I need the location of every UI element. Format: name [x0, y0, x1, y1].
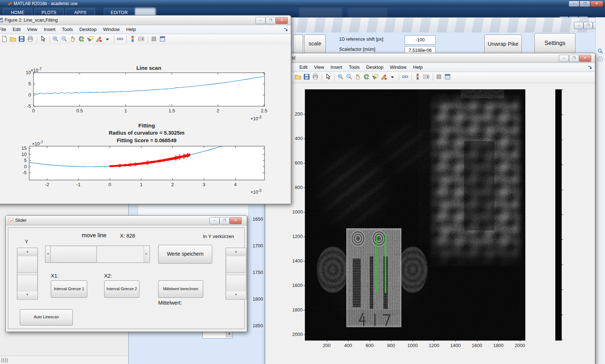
tab-label: HOME: [11, 8, 25, 15]
move-line-slider[interactable]: ◂ ▸: [45, 246, 150, 263]
menu-window[interactable]: Window: [100, 25, 123, 32]
menu-help[interactable]: Help: [123, 25, 139, 32]
interval-limit2-button[interactable]: Interval Grenze 2: [104, 280, 139, 298]
cursor-icon[interactable]: [325, 73, 332, 81]
datatip-icon[interactable]: [372, 73, 379, 81]
rotate-3d-icon[interactable]: [363, 73, 370, 81]
figure-image-minimize-button[interactable]: ‒: [559, 55, 569, 62]
menu-edit[interactable]: Edit: [296, 63, 311, 70]
dock-figure-icon[interactable]: [436, 73, 443, 81]
rotate-3d-icon[interactable]: [78, 36, 85, 43]
menu-insert[interactable]: Insert: [40, 25, 59, 32]
legend-icon[interactable]: [138, 36, 145, 43]
scale-button[interactable]: scale: [304, 35, 326, 53]
y-slider-box[interactable]: [17, 275, 37, 292]
guide-window-titlebar: ‒ ❐ ✕: [290, 17, 596, 33]
link-plots-icon[interactable]: [117, 36, 124, 43]
print-icon[interactable]: [27, 36, 34, 43]
colorbar-icon[interactable]: [414, 73, 422, 81]
save-icon[interactable]: [18, 36, 26, 43]
dock-figure-icon[interactable]: [151, 36, 158, 43]
menu-insert[interactable]: Insert: [327, 63, 346, 70]
image-x-tick-mark: [327, 340, 327, 342]
figure2-minimize-button[interactable]: ‒: [255, 17, 266, 24]
brush-icon[interactable]: [381, 73, 388, 81]
zoom-in-icon[interactable]: [337, 73, 344, 81]
unwrap-pike-button[interactable]: Unwrap Pike: [484, 35, 522, 54]
dropdown-caret-icon[interactable]: [104, 36, 111, 43]
close-button[interactable]: ✕: [590, 1, 603, 7]
menu-tools[interactable]: Tools: [59, 25, 76, 32]
menu-file[interactable]: File: [0, 25, 9, 32]
save-values-button[interactable]: Werte speichern: [158, 245, 212, 264]
move-line-slider-track[interactable]: [97, 246, 144, 262]
figure2-close-button[interactable]: ✕: [276, 17, 288, 24]
shorten-slider-box[interactable]: [226, 275, 246, 292]
panel-collapse-icon[interactable]: [597, 56, 603, 62]
save-icon[interactable]: [303, 73, 311, 81]
new-document-icon[interactable]: [1, 36, 8, 43]
zoom-out-icon[interactable]: [61, 36, 68, 43]
guide-minimize-button[interactable]: ‒: [574, 22, 583, 29]
menu-window[interactable]: Window: [387, 63, 410, 70]
y-slider-up-button[interactable]: ▲: [17, 248, 37, 256]
search-icon[interactable]: [597, 48, 603, 54]
auto-linescan-button[interactable]: Auto Linescan: [20, 309, 73, 325]
menu-desktop[interactable]: Desktop: [363, 63, 387, 70]
menu-view[interactable]: View: [311, 63, 327, 70]
shorten-slider[interactable]: ▲ ▼: [226, 248, 246, 300]
menu-view[interactable]: View: [24, 25, 40, 32]
open-folder-icon[interactable]: [295, 73, 302, 81]
dock-figure-arrow-icon[interactable]: [587, 64, 593, 70]
slider-right-arrow-icon[interactable]: ▸: [144, 246, 149, 262]
figure-image-close-button[interactable]: ✕: [579, 55, 591, 62]
zoom-out-icon[interactable]: [346, 73, 353, 81]
move-line-slider-thumb[interactable]: [50, 246, 97, 262]
menu-edit[interactable]: Edit: [9, 25, 24, 32]
compute-mean-button[interactable]: Mittelwert berechnen: [158, 280, 203, 298]
ref-shift-input[interactable]: -100: [405, 35, 436, 45]
colorbar-tick-mark: [562, 114, 563, 115]
move-line-label: move line: [82, 232, 106, 239]
hand-icon[interactable]: [70, 36, 77, 43]
y-slider-thumb[interactable]: [17, 256, 37, 273]
y-slider-down-button[interactable]: ▼: [17, 291, 37, 299]
slider-restore-button[interactable]: ❐: [219, 217, 230, 224]
shorten-slider-down-button[interactable]: ▼: [226, 291, 246, 299]
menu-desktop[interactable]: Desktop: [76, 25, 100, 32]
settings-button[interactable]: Settings: [534, 33, 575, 54]
figure2-restore-button[interactable]: ❐: [266, 17, 276, 24]
brush-icon[interactable]: [95, 36, 103, 43]
svg-text:-5: -5: [27, 103, 31, 109]
hand-icon[interactable]: [355, 73, 362, 81]
legend-icon[interactable]: [423, 73, 430, 81]
print-icon[interactable]: [312, 73, 319, 81]
partial-button[interactable]: [293, 35, 303, 53]
maximize-button[interactable]: ❐: [579, 1, 590, 7]
maximize-figure-icon[interactable]: [159, 36, 166, 43]
menu-help[interactable]: Help: [410, 63, 426, 70]
interval-limit1-button[interactable]: Interval Grenze 1: [51, 280, 87, 298]
datatip-icon[interactable]: [87, 36, 94, 43]
menu-tools[interactable]: Tools: [346, 63, 363, 70]
figure-image-restore-button[interactable]: ❐: [569, 55, 579, 62]
shorten-slider-thumb[interactable]: [226, 256, 246, 273]
slider-minimize-button[interactable]: ‒: [209, 217, 219, 224]
colorbar-tick-mark: [562, 239, 563, 240]
slider-close-button[interactable]: ✕: [230, 217, 242, 224]
maximize-figure-icon[interactable]: [444, 73, 451, 81]
statusbar-grip[interactable]: [1, 358, 9, 363]
shorten-slider-up-button[interactable]: ▲: [226, 248, 246, 256]
zoom-in-icon[interactable]: [52, 36, 59, 43]
colorbar-tick-mark: [562, 190, 563, 190]
dock-figure-arrow-icon[interactable]: [283, 27, 289, 32]
link-plots-icon[interactable]: [402, 73, 409, 81]
y-slider[interactable]: ▲ ▼: [17, 248, 38, 300]
minimize-button[interactable]: ‒: [569, 1, 579, 7]
guide-restore-button[interactable]: ❐: [583, 22, 593, 29]
colorbar-icon[interactable]: [129, 36, 137, 43]
open-folder-icon[interactable]: [10, 36, 17, 43]
slider-left-arrow-icon[interactable]: ◂: [45, 246, 50, 262]
cursor-icon[interactable]: [40, 36, 47, 43]
dropdown-caret-icon[interactable]: [389, 73, 396, 81]
